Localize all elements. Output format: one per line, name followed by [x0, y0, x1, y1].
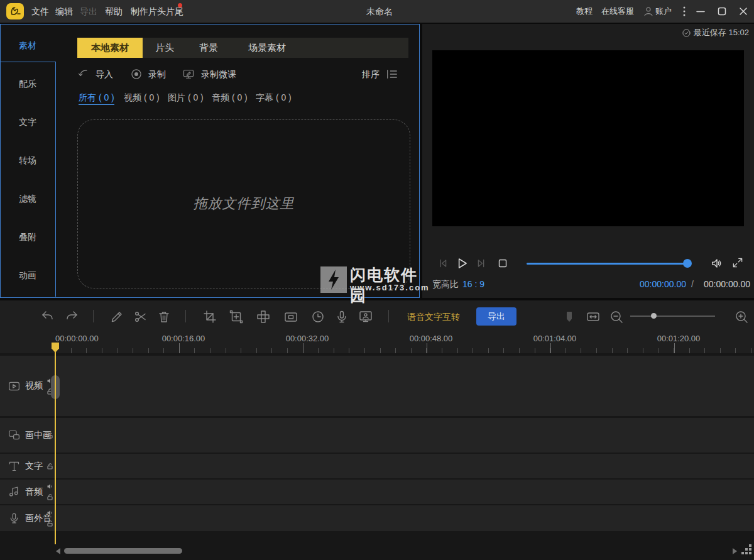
window-resize-grip[interactable]: [741, 544, 753, 556]
sidebar-item-music[interactable]: 配乐: [0, 74, 55, 93]
record-button[interactable]: 录制: [148, 68, 166, 80]
preview-panel: 最近保存 15:02 宽高比 16 : 9 00:00:00.00 / 00:0…: [422, 24, 754, 298]
pip-track-icon: [8, 429, 21, 442]
tab-intros[interactable]: 片头: [143, 38, 187, 58]
track-voiceover-header: 画外音: [0, 505, 55, 531]
redo-button[interactable]: [64, 309, 79, 324]
webcam-record-button[interactable]: [358, 309, 373, 324]
track-pip[interactable]: 画中画: [0, 418, 754, 453]
sort-list-icon[interactable]: [385, 68, 399, 80]
minimize-button[interactable]: [695, 6, 706, 17]
track-voiceover[interactable]: 画外音: [0, 505, 754, 531]
zoom-in-button[interactable]: [734, 309, 749, 324]
scroll-left-arrow[interactable]: [56, 548, 60, 554]
stop-button[interactable]: [496, 256, 510, 270]
filter-image[interactable]: 图片 ( 0 ): [168, 92, 204, 103]
sidebar-item-filters[interactable]: 滤镜: [0, 189, 55, 208]
tab-backgrounds[interactable]: 背景: [187, 38, 231, 58]
voiceover-mic-button[interactable]: [334, 309, 349, 324]
voiceover-track-icon: [8, 512, 21, 525]
media-dropzone[interactable]: 拖放文件到这里: [77, 119, 410, 288]
time-total: 00:00:00.00: [704, 279, 750, 289]
delete-trash-button[interactable]: [156, 309, 172, 324]
cut-scissors-button[interactable]: [133, 309, 148, 324]
import-button[interactable]: 导入: [96, 68, 113, 80]
timeline-zoom-knob[interactable]: [651, 313, 657, 319]
filter-all[interactable]: 所有 ( 0 ): [79, 92, 114, 105]
fullscreen-icon[interactable]: [731, 256, 744, 269]
zoom-out-button[interactable]: [609, 309, 624, 324]
track-lock-icon[interactable]: [46, 520, 54, 527]
text-track-icon: [8, 459, 21, 473]
kebab-menu-icon[interactable]: [680, 6, 689, 17]
menu-export[interactable]: 导出: [80, 0, 97, 23]
track-audio[interactable]: 音频: [0, 480, 754, 504]
next-frame-button[interactable]: [474, 256, 488, 270]
volume-icon[interactable]: [710, 256, 724, 270]
active-tab-bottom-line: [0, 62, 55, 62]
tutorial-link[interactable]: 教程: [576, 0, 593, 23]
tab-scene-media[interactable]: 场景素材: [231, 38, 303, 58]
track-text[interactable]: 文字: [0, 454, 754, 478]
track-mute-icon[interactable]: [46, 483, 54, 490]
timeline-zoom-slider[interactable]: [630, 316, 715, 317]
sidebar-item-transitions[interactable]: 转场: [0, 151, 55, 170]
track-text-header: 文字: [0, 454, 55, 478]
toolbar-separator: [185, 310, 186, 322]
seek-slider[interactable]: [527, 263, 691, 265]
track-lock-icon[interactable]: [46, 432, 54, 439]
track-lock-icon[interactable]: [46, 493, 54, 501]
track-pip-header: 画中画: [0, 418, 55, 453]
ruler-label: 00:01:04.00: [533, 334, 577, 343]
sidebar-item-text[interactable]: 文字: [0, 113, 55, 131]
track-video[interactable]: 视频: [0, 356, 754, 416]
track-lock-icon[interactable]: [46, 463, 54, 470]
ruler-label: 00:00:16.00: [162, 334, 205, 343]
timeline-scrollbar-thumb[interactable]: [64, 548, 182, 554]
maximize-button[interactable]: [716, 6, 728, 17]
close-button[interactable]: [738, 6, 749, 17]
audio-track-icon: [8, 485, 21, 498]
pip-button[interactable]: [283, 309, 298, 324]
filter-subtitle[interactable]: 字幕 ( 0 ): [256, 92, 292, 103]
menu-make-intro-outro[interactable]: 制作片头片尾: [131, 0, 183, 23]
aspect-ratio-value[interactable]: 16 : 9: [462, 279, 484, 289]
speech-text-convert-button[interactable]: 语音文字互转: [407, 312, 460, 323]
menu-help[interactable]: 帮助: [105, 0, 123, 23]
play-button[interactable]: [454, 255, 470, 272]
undo-button[interactable]: [40, 309, 55, 324]
scroll-right-arrow[interactable]: [733, 548, 737, 554]
timeline-ruler[interactable]: [55, 343, 754, 353]
account-link[interactable]: 账户: [655, 0, 672, 23]
record-lesson-button[interactable]: 录制微课: [201, 68, 236, 80]
dropzone-hint: 拖放文件到这里: [78, 194, 410, 213]
edit-pencil-button[interactable]: [109, 309, 124, 324]
filter-video[interactable]: 视频 ( 0 ): [124, 92, 160, 103]
freeze-frame-button[interactable]: [229, 309, 244, 324]
seek-slider-knob[interactable]: [683, 259, 692, 268]
sidebar-item-animation[interactable]: 动画: [0, 266, 55, 285]
autosave-status: 最近保存 15:02: [682, 28, 749, 38]
crop-button[interactable]: [202, 309, 217, 324]
watermark-url: www.sd173.com: [350, 283, 430, 292]
split-button[interactable]: [256, 309, 271, 324]
previous-frame-button[interactable]: [436, 256, 450, 270]
tab-local-media[interactable]: 本地素材: [77, 38, 143, 58]
sidebar-item-media[interactable]: 素材: [0, 36, 55, 55]
menu-file[interactable]: 文件: [31, 0, 49, 23]
playhead-line[interactable]: [55, 343, 56, 544]
track-mute-icon[interactable]: [46, 509, 54, 517]
sidebar-item-overlays[interactable]: 叠附: [0, 228, 55, 246]
support-link[interactable]: 在线客服: [601, 0, 634, 23]
record-lesson-icon: [182, 68, 195, 80]
time-current: 00:00:00.00: [640, 279, 686, 289]
duration-clock-button[interactable]: [310, 309, 325, 324]
sort-label[interactable]: 排序: [362, 68, 380, 80]
fit-timeline-button[interactable]: [586, 309, 601, 324]
export-button[interactable]: 导出: [476, 307, 516, 326]
menu-edit[interactable]: 编辑: [55, 0, 73, 23]
new-feature-badge: [178, 3, 182, 8]
app-window: 文件 编辑 导出 帮助 制作片头片尾 未命名 教程 在线客服 账户 素材 配乐 …: [0, 0, 754, 560]
marker-button[interactable]: [562, 309, 577, 324]
filter-audio[interactable]: 音频 ( 0 ): [212, 92, 248, 103]
